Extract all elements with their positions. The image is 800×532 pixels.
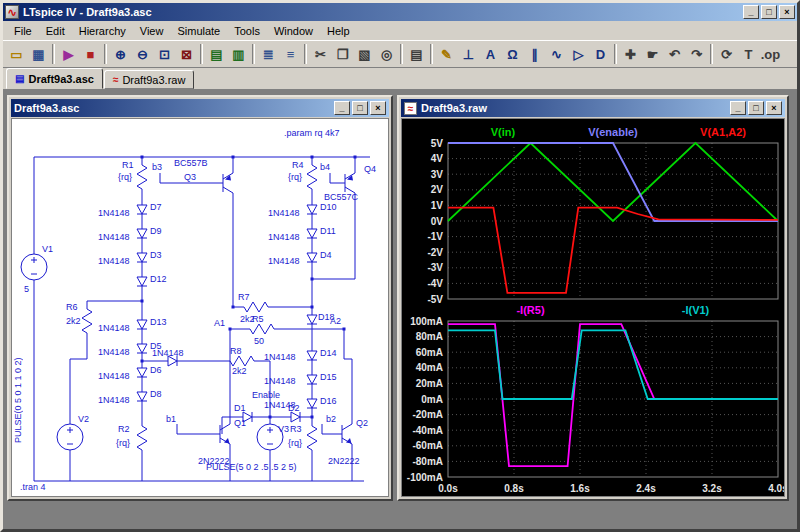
tab-draft9a3.raw[interactable]: ≈Draft9a3.raw: [104, 70, 194, 89]
waveform-canvas[interactable]: 5V4V3V2V1V0V-1V-2V-3V-4V-5VV(in)V(enable…: [401, 118, 785, 497]
diode-D8[interactable]: [137, 386, 147, 410]
capacitor-icon[interactable]: ∥: [524, 44, 545, 64]
diode-D13[interactable]: [137, 314, 147, 338]
ground-icon[interactable]: ⊥: [458, 44, 479, 64]
resistor-R7[interactable]: [240, 302, 272, 312]
transistor-Q2[interactable]: [334, 416, 352, 452]
rotate-icon[interactable]: ⟳: [716, 44, 737, 64]
schematic-maximize-button[interactable]: □: [352, 101, 368, 115]
resistor-icon[interactable]: Ω: [502, 44, 523, 64]
menu-tools[interactable]: Tools: [227, 23, 267, 39]
undo-icon[interactable]: ↶: [664, 44, 685, 64]
netlist-icon[interactable]: ≣: [258, 44, 279, 64]
waveform-maximize-button[interactable]: □: [748, 101, 764, 115]
source-V3[interactable]: [257, 417, 283, 457]
close-button[interactable]: ×: [779, 5, 795, 19]
diode-D14[interactable]: [307, 345, 317, 369]
tab-draft9a3.asc[interactable]: ▤Draft9a3.asc: [6, 68, 103, 89]
move-icon[interactable]: ✚: [620, 44, 641, 64]
save-icon[interactable]: ▦: [28, 44, 49, 64]
transistor-Q4[interactable]: [337, 165, 355, 201]
title-bar[interactable]: ∿ LTspice IV - Draft9a3.asc _ □ ×: [3, 3, 797, 21]
copy-icon[interactable]: ❐: [332, 44, 353, 64]
transistor-Q3[interactable]: [215, 165, 233, 201]
legend-vin[interactable]: V(in): [491, 126, 516, 138]
diode-D1[interactable]: [237, 412, 258, 422]
waveform-minimize-button[interactable]: _: [730, 101, 746, 115]
waveform-close-button[interactable]: ×: [766, 101, 782, 115]
spice-log-icon[interactable]: ≡: [280, 44, 301, 64]
diode-D15[interactable]: [307, 369, 317, 393]
y-tick-label: 2V: [431, 184, 444, 195]
y-tick-label: 4V: [431, 153, 444, 164]
spice-directive-icon[interactable]: .op: [760, 44, 781, 64]
autorange-icon[interactable]: ▤: [206, 44, 227, 64]
wire-pencil-icon[interactable]: ✎: [436, 44, 457, 64]
diode-D4[interactable]: [307, 247, 317, 271]
schematic-close-button[interactable]: ×: [370, 101, 386, 115]
plot-settings-icon[interactable]: ▥: [228, 44, 249, 64]
menu-help[interactable]: Help: [320, 23, 357, 39]
y-tick-label: 100mA: [410, 316, 443, 327]
legend-va1a2[interactable]: V(A1,A2): [700, 126, 746, 138]
minimize-button[interactable]: _: [743, 5, 759, 19]
diode-D16[interactable]: [307, 393, 317, 417]
print-icon[interactable]: ▤: [406, 44, 427, 64]
zoom-redraw-icon[interactable]: ⊠: [176, 44, 197, 64]
menu-simulate[interactable]: Simulate: [170, 23, 227, 39]
zoom-out-icon[interactable]: ⊖: [132, 44, 153, 64]
net-label-icon[interactable]: A: [480, 44, 501, 64]
resistor-R8[interactable]: [226, 356, 258, 366]
menu-view[interactable]: View: [133, 23, 171, 39]
halt-icon[interactable]: ■: [80, 44, 101, 64]
resistor-R3[interactable]: [307, 422, 317, 454]
menu-edit[interactable]: Edit: [39, 23, 72, 39]
open-file-icon[interactable]: ▭: [6, 44, 27, 64]
diode-D3[interactable]: [137, 247, 147, 271]
resistor-R6[interactable]: [82, 305, 92, 337]
legend-iv1[interactable]: -I(V1): [682, 304, 710, 316]
window-title: LTspice IV - Draft9a3.asc: [23, 6, 152, 18]
diode-D9[interactable]: [137, 223, 147, 247]
waveform-title-bar[interactable]: ≈ Draft9a3.raw _ □ ×: [401, 99, 785, 117]
schematic-minimize-button[interactable]: _: [334, 101, 350, 115]
find-icon[interactable]: ◎: [376, 44, 397, 64]
menu-hierarchy[interactable]: Hierarchy: [72, 23, 133, 39]
resistor-R1[interactable]: [137, 161, 147, 193]
zoom-full-icon[interactable]: ⊡: [154, 44, 175, 64]
drag-icon[interactable]: ☛: [642, 44, 663, 64]
run-icon[interactable]: ▶: [58, 44, 79, 64]
diode-D10[interactable]: [307, 199, 317, 223]
diode-series[interactable]: [162, 356, 183, 366]
resistor-R2[interactable]: [137, 422, 147, 454]
transistor-Q1[interactable]: [212, 416, 230, 452]
source-V1[interactable]: [21, 247, 47, 287]
toolbar-separator: [400, 44, 403, 64]
diode-D6[interactable]: [137, 362, 147, 386]
diode-D5[interactable]: [137, 338, 147, 362]
diode-icon[interactable]: ▷: [568, 44, 589, 64]
diode-D7[interactable]: [137, 199, 147, 223]
legend-ir5[interactable]: -I(R5): [516, 304, 544, 316]
resistor-R4[interactable]: [307, 161, 317, 193]
x-tick-label: 0.8s: [504, 483, 524, 494]
source-V2[interactable]: [57, 417, 83, 457]
redo-icon[interactable]: ↷: [686, 44, 707, 64]
schematic-title-bar[interactable]: Draft9a3.asc _ □ ×: [11, 99, 389, 117]
diode-D12[interactable]: [137, 271, 147, 295]
diode-D2[interactable]: [285, 412, 306, 422]
inductor-icon[interactable]: ∿: [546, 44, 567, 64]
legend-venable[interactable]: V(enable): [588, 126, 638, 138]
schematic-canvas[interactable]: .param rq 4k7R1{rq}b3BC557BQ3R4{rq}b4Q4B…: [11, 118, 389, 497]
cut-icon[interactable]: ✂: [310, 44, 331, 64]
menu-window[interactable]: Window: [267, 23, 320, 39]
resistor-R5[interactable]: [246, 324, 278, 334]
menu-file[interactable]: File: [7, 23, 39, 39]
text-icon[interactable]: T: [738, 44, 759, 64]
diode-D11[interactable]: [307, 223, 317, 247]
maximize-button[interactable]: □: [761, 5, 777, 19]
paste-icon[interactable]: ▧: [354, 44, 375, 64]
y-tick-label: 60mA: [416, 347, 443, 358]
component-icon[interactable]: D: [590, 44, 611, 64]
zoom-in-icon[interactable]: ⊕: [110, 44, 131, 64]
